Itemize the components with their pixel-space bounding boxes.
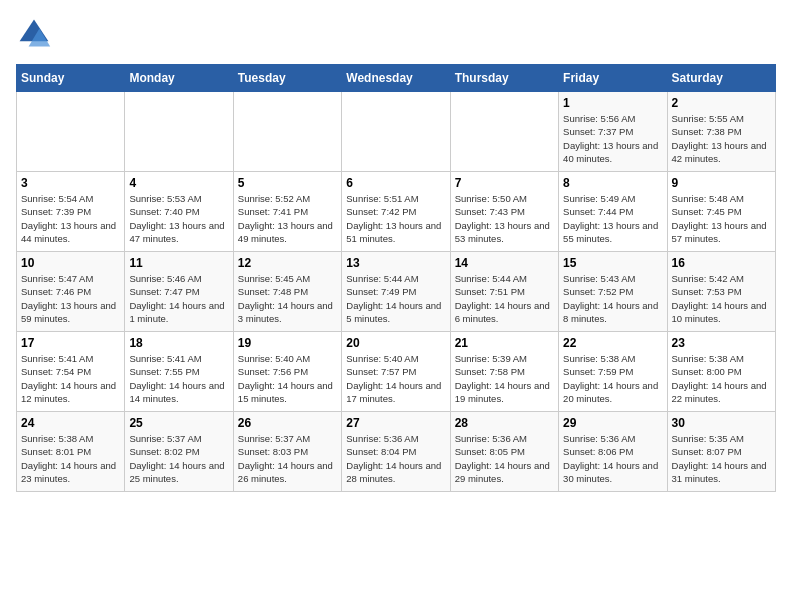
- day-number: 24: [21, 416, 120, 430]
- day-number: 16: [672, 256, 771, 270]
- day-cell: 17Sunrise: 5:41 AM Sunset: 7:54 PM Dayli…: [17, 332, 125, 412]
- day-cell: 28Sunrise: 5:36 AM Sunset: 8:05 PM Dayli…: [450, 412, 558, 492]
- day-number: 14: [455, 256, 554, 270]
- day-number: 19: [238, 336, 337, 350]
- day-number: 26: [238, 416, 337, 430]
- day-number: 18: [129, 336, 228, 350]
- day-info: Sunrise: 5:49 AM Sunset: 7:44 PM Dayligh…: [563, 192, 662, 245]
- day-info: Sunrise: 5:40 AM Sunset: 7:57 PM Dayligh…: [346, 352, 445, 405]
- day-cell: 13Sunrise: 5:44 AM Sunset: 7:49 PM Dayli…: [342, 252, 450, 332]
- day-cell: 27Sunrise: 5:36 AM Sunset: 8:04 PM Dayli…: [342, 412, 450, 492]
- day-info: Sunrise: 5:55 AM Sunset: 7:38 PM Dayligh…: [672, 112, 771, 165]
- day-cell: 3Sunrise: 5:54 AM Sunset: 7:39 PM Daylig…: [17, 172, 125, 252]
- day-info: Sunrise: 5:40 AM Sunset: 7:56 PM Dayligh…: [238, 352, 337, 405]
- day-info: Sunrise: 5:52 AM Sunset: 7:41 PM Dayligh…: [238, 192, 337, 245]
- day-cell: 18Sunrise: 5:41 AM Sunset: 7:55 PM Dayli…: [125, 332, 233, 412]
- header-row: SundayMondayTuesdayWednesdayThursdayFrid…: [17, 65, 776, 92]
- logo-icon: [16, 16, 52, 52]
- day-number: 25: [129, 416, 228, 430]
- day-number: 22: [563, 336, 662, 350]
- day-number: 4: [129, 176, 228, 190]
- day-number: 13: [346, 256, 445, 270]
- page-header: [16, 16, 776, 52]
- day-number: 2: [672, 96, 771, 110]
- day-number: 10: [21, 256, 120, 270]
- day-cell: [17, 92, 125, 172]
- day-info: Sunrise: 5:41 AM Sunset: 7:55 PM Dayligh…: [129, 352, 228, 405]
- day-info: Sunrise: 5:54 AM Sunset: 7:39 PM Dayligh…: [21, 192, 120, 245]
- day-cell: 16Sunrise: 5:42 AM Sunset: 7:53 PM Dayli…: [667, 252, 775, 332]
- header-day-monday: Monday: [125, 65, 233, 92]
- day-info: Sunrise: 5:51 AM Sunset: 7:42 PM Dayligh…: [346, 192, 445, 245]
- day-cell: 5Sunrise: 5:52 AM Sunset: 7:41 PM Daylig…: [233, 172, 341, 252]
- header-day-sunday: Sunday: [17, 65, 125, 92]
- day-cell: 4Sunrise: 5:53 AM Sunset: 7:40 PM Daylig…: [125, 172, 233, 252]
- header-day-friday: Friday: [559, 65, 667, 92]
- day-info: Sunrise: 5:53 AM Sunset: 7:40 PM Dayligh…: [129, 192, 228, 245]
- day-cell: 7Sunrise: 5:50 AM Sunset: 7:43 PM Daylig…: [450, 172, 558, 252]
- day-cell: 11Sunrise: 5:46 AM Sunset: 7:47 PM Dayli…: [125, 252, 233, 332]
- day-number: 6: [346, 176, 445, 190]
- day-info: Sunrise: 5:48 AM Sunset: 7:45 PM Dayligh…: [672, 192, 771, 245]
- day-info: Sunrise: 5:38 AM Sunset: 8:01 PM Dayligh…: [21, 432, 120, 485]
- day-info: Sunrise: 5:39 AM Sunset: 7:58 PM Dayligh…: [455, 352, 554, 405]
- calendar-table: SundayMondayTuesdayWednesdayThursdayFrid…: [16, 64, 776, 492]
- day-info: Sunrise: 5:47 AM Sunset: 7:46 PM Dayligh…: [21, 272, 120, 325]
- day-cell: 2Sunrise: 5:55 AM Sunset: 7:38 PM Daylig…: [667, 92, 775, 172]
- day-number: 28: [455, 416, 554, 430]
- day-cell: 9Sunrise: 5:48 AM Sunset: 7:45 PM Daylig…: [667, 172, 775, 252]
- day-cell: 29Sunrise: 5:36 AM Sunset: 8:06 PM Dayli…: [559, 412, 667, 492]
- day-number: 17: [21, 336, 120, 350]
- day-info: Sunrise: 5:38 AM Sunset: 8:00 PM Dayligh…: [672, 352, 771, 405]
- week-row-0: 1Sunrise: 5:56 AM Sunset: 7:37 PM Daylig…: [17, 92, 776, 172]
- day-cell: 6Sunrise: 5:51 AM Sunset: 7:42 PM Daylig…: [342, 172, 450, 252]
- header-day-saturday: Saturday: [667, 65, 775, 92]
- calendar-body: 1Sunrise: 5:56 AM Sunset: 7:37 PM Daylig…: [17, 92, 776, 492]
- header-day-tuesday: Tuesday: [233, 65, 341, 92]
- week-row-3: 17Sunrise: 5:41 AM Sunset: 7:54 PM Dayli…: [17, 332, 776, 412]
- day-cell: 14Sunrise: 5:44 AM Sunset: 7:51 PM Dayli…: [450, 252, 558, 332]
- day-cell: 24Sunrise: 5:38 AM Sunset: 8:01 PM Dayli…: [17, 412, 125, 492]
- day-number: 15: [563, 256, 662, 270]
- day-info: Sunrise: 5:56 AM Sunset: 7:37 PM Dayligh…: [563, 112, 662, 165]
- week-row-4: 24Sunrise: 5:38 AM Sunset: 8:01 PM Dayli…: [17, 412, 776, 492]
- day-cell: [450, 92, 558, 172]
- day-cell: 15Sunrise: 5:43 AM Sunset: 7:52 PM Dayli…: [559, 252, 667, 332]
- day-info: Sunrise: 5:36 AM Sunset: 8:05 PM Dayligh…: [455, 432, 554, 485]
- day-cell: 12Sunrise: 5:45 AM Sunset: 7:48 PM Dayli…: [233, 252, 341, 332]
- day-cell: 30Sunrise: 5:35 AM Sunset: 8:07 PM Dayli…: [667, 412, 775, 492]
- day-number: 1: [563, 96, 662, 110]
- day-cell: 8Sunrise: 5:49 AM Sunset: 7:44 PM Daylig…: [559, 172, 667, 252]
- day-info: Sunrise: 5:38 AM Sunset: 7:59 PM Dayligh…: [563, 352, 662, 405]
- day-number: 23: [672, 336, 771, 350]
- day-number: 8: [563, 176, 662, 190]
- calendar-header: SundayMondayTuesdayWednesdayThursdayFrid…: [17, 65, 776, 92]
- day-number: 9: [672, 176, 771, 190]
- day-number: 5: [238, 176, 337, 190]
- day-cell: [125, 92, 233, 172]
- day-info: Sunrise: 5:42 AM Sunset: 7:53 PM Dayligh…: [672, 272, 771, 325]
- day-number: 3: [21, 176, 120, 190]
- day-cell: 1Sunrise: 5:56 AM Sunset: 7:37 PM Daylig…: [559, 92, 667, 172]
- day-info: Sunrise: 5:36 AM Sunset: 8:04 PM Dayligh…: [346, 432, 445, 485]
- day-number: 7: [455, 176, 554, 190]
- day-info: Sunrise: 5:46 AM Sunset: 7:47 PM Dayligh…: [129, 272, 228, 325]
- week-row-1: 3Sunrise: 5:54 AM Sunset: 7:39 PM Daylig…: [17, 172, 776, 252]
- logo: [16, 16, 56, 52]
- day-info: Sunrise: 5:35 AM Sunset: 8:07 PM Dayligh…: [672, 432, 771, 485]
- header-day-thursday: Thursday: [450, 65, 558, 92]
- day-number: 12: [238, 256, 337, 270]
- day-info: Sunrise: 5:50 AM Sunset: 7:43 PM Dayligh…: [455, 192, 554, 245]
- day-number: 20: [346, 336, 445, 350]
- day-number: 11: [129, 256, 228, 270]
- day-info: Sunrise: 5:37 AM Sunset: 8:03 PM Dayligh…: [238, 432, 337, 485]
- day-info: Sunrise: 5:44 AM Sunset: 7:51 PM Dayligh…: [455, 272, 554, 325]
- day-cell: 20Sunrise: 5:40 AM Sunset: 7:57 PM Dayli…: [342, 332, 450, 412]
- day-cell: 22Sunrise: 5:38 AM Sunset: 7:59 PM Dayli…: [559, 332, 667, 412]
- day-info: Sunrise: 5:41 AM Sunset: 7:54 PM Dayligh…: [21, 352, 120, 405]
- header-day-wednesday: Wednesday: [342, 65, 450, 92]
- day-number: 27: [346, 416, 445, 430]
- day-cell: 19Sunrise: 5:40 AM Sunset: 7:56 PM Dayli…: [233, 332, 341, 412]
- day-info: Sunrise: 5:45 AM Sunset: 7:48 PM Dayligh…: [238, 272, 337, 325]
- day-number: 30: [672, 416, 771, 430]
